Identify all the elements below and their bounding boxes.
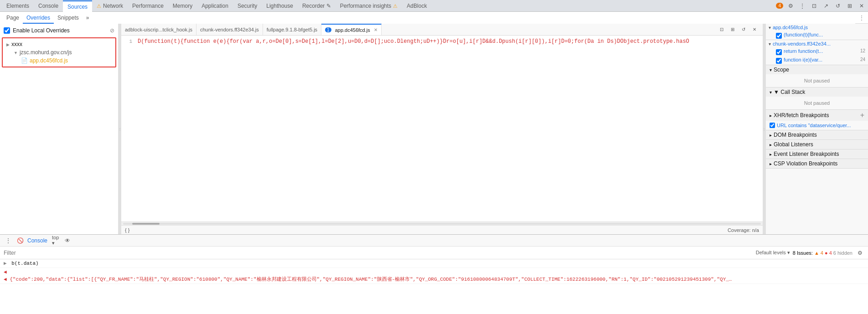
rp-dom-header[interactable]: DOM Breakpoints bbox=[766, 130, 868, 139]
rp-func-checkbox[interactable] bbox=[776, 33, 782, 39]
undock-button[interactable]: ↗ bbox=[822, 1, 831, 10]
tab-elements[interactable]: Elements bbox=[2, 0, 34, 12]
rp-function-i-checkbox[interactable] bbox=[776, 58, 782, 64]
rp-xhr-header[interactable]: XHR/fetch Breakpoints + bbox=[766, 110, 868, 121]
split-editor-button[interactable]: ⊞ bbox=[728, 25, 737, 34]
inspect-button[interactable]: ↺ bbox=[833, 1, 842, 10]
editor-horizontal-scrollbar[interactable] bbox=[121, 221, 763, 225]
event-chevron bbox=[770, 151, 772, 157]
dock-button[interactable]: ⊡ bbox=[810, 1, 819, 10]
scrollbar-thumb[interactable] bbox=[132, 223, 160, 225]
tree-root-folder[interactable]: xxxx bbox=[3, 40, 115, 48]
scrollbar-track bbox=[123, 223, 761, 225]
console-clear-button[interactable]: 🚫 bbox=[16, 236, 25, 245]
tab-memory[interactable]: Memory bbox=[168, 0, 197, 12]
devtools-toolbar-right: 4 ⚙ ⋮ ⊡ ↗ ↺ ⊞ ✕ bbox=[776, 1, 866, 10]
rp-return-checkbox[interactable] bbox=[776, 49, 782, 55]
rp-app-content: (function(t){func... bbox=[766, 31, 868, 40]
more-button[interactable]: ⋮ bbox=[798, 1, 807, 10]
devtools-container: Elements Console Sources ⚠ Network Perfo… bbox=[0, 0, 868, 314]
right-panel: app.dc456fcd.js (function(t){func... chu… bbox=[765, 24, 868, 234]
close-devtools-button[interactable]: ✕ bbox=[857, 1, 866, 10]
close-editor-button[interactable]: ✕ bbox=[750, 25, 759, 34]
enable-overrides-checkbox[interactable] bbox=[4, 27, 10, 34]
tab-console[interactable]: Console bbox=[34, 0, 63, 12]
rp-app-header[interactable]: app.dc456fcd.js bbox=[766, 24, 868, 31]
file-tab-chunk-vendors[interactable]: chunk-vendors.ff342e34.js bbox=[196, 24, 263, 36]
tab-network[interactable]: ⚠ Network bbox=[92, 0, 128, 12]
rp-csp-header[interactable]: CSP Violation Breakpoints bbox=[766, 159, 868, 168]
subtab-more[interactable]: » bbox=[83, 12, 93, 24]
reload-editor-button[interactable]: ↺ bbox=[739, 25, 748, 34]
issues-badge: 4 bbox=[776, 3, 783, 9]
format-icon[interactable]: { } bbox=[125, 227, 129, 233]
file-tab-close[interactable]: ✕ bbox=[374, 27, 377, 32]
rp-xhr-section: XHR/fetch Breakpoints + URL contains "da… bbox=[766, 110, 868, 130]
console-filter-input[interactable] bbox=[4, 250, 753, 256]
network-warning-icon: ⚠ bbox=[97, 0, 101, 12]
console-drag-handle[interactable]: ⋮ bbox=[4, 236, 13, 245]
rp-scope-header[interactable]: Scope bbox=[766, 65, 868, 74]
subtab-snippets[interactable]: Snippets bbox=[54, 12, 83, 24]
console-top-select[interactable]: top ▾ bbox=[52, 236, 61, 245]
tab-security[interactable]: Security bbox=[233, 0, 262, 12]
console-header-bar: ⋮ 🚫 Console top ▾ 👁 bbox=[0, 235, 868, 247]
subtab-page[interactable]: Page bbox=[3, 12, 23, 24]
line-badge: 1 bbox=[325, 27, 331, 32]
file-tab-adblock[interactable]: adblock-uiscrip...tclick_hook.js bbox=[121, 24, 196, 36]
enable-overrides-row: Enable Local Overrides ⊘ bbox=[0, 26, 118, 36]
default-levels-button[interactable]: Default levels ▾ bbox=[756, 250, 790, 256]
overrides-box: xxxx jzsc.mohurd.gov.cn/js 📄 app.dc456fc… bbox=[2, 37, 116, 67]
device-toggle-button[interactable]: ⊞ bbox=[845, 1, 854, 10]
tab-performance-insights[interactable]: Performance insights ⚠ bbox=[336, 0, 403, 12]
settings-button[interactable]: ⚙ bbox=[786, 1, 795, 10]
console-line-1[interactable]: ▶ b(t.data) bbox=[0, 259, 868, 268]
rp-file-func[interactable]: (function(t){func... bbox=[773, 31, 868, 40]
tree-domain-folder[interactable]: jzsc.mohurd.gov.cn/js bbox=[3, 48, 115, 57]
rp-csp-section: CSP Violation Breakpoints bbox=[766, 159, 868, 169]
tab-application[interactable]: Application bbox=[197, 0, 233, 12]
xhr-chevron bbox=[770, 112, 772, 118]
xhr-item-1: URL contains "dataservice/quer... bbox=[766, 122, 868, 129]
code-editor[interactable]: 1 D(function(t){function e(e){for(var a,… bbox=[121, 36, 763, 221]
rp-chunk-content: return function(t... 12 function i(e){va… bbox=[766, 47, 868, 65]
scope-not-paused: Not paused bbox=[766, 75, 868, 86]
file-tab-app[interactable]: 1 app.dc456fcd.js ✕ bbox=[321, 24, 382, 36]
console-line-2: ◀ ◀ {"code":200,"data":{"list":[{"QY_FR_… bbox=[0, 268, 868, 284]
subtabs-three-dot[interactable]: ⋮ bbox=[855, 15, 868, 21]
file-tab-fullpage[interactable]: fullpage.9.1.8-bfget5.js bbox=[263, 24, 321, 36]
rp-global-header[interactable]: Global Listeners bbox=[766, 140, 868, 149]
tab-sources[interactable]: Sources bbox=[63, 0, 92, 12]
rp-chunk-header[interactable]: chunk-vendors.ff342e34... bbox=[766, 40, 868, 47]
callstack-chevron bbox=[770, 89, 772, 95]
console-settings-button[interactable]: ⚙ bbox=[855, 248, 864, 257]
console-eye-button[interactable]: 👁 bbox=[63, 236, 72, 245]
expand-editor-button[interactable]: ⊡ bbox=[717, 25, 726, 34]
tree-file-item[interactable]: 📄 app.dc456fcd.js bbox=[3, 57, 115, 65]
rp-dom-section: DOM Breakpoints bbox=[766, 130, 868, 140]
rp-app-section: app.dc456fcd.js (function(t){func... bbox=[766, 24, 868, 40]
rp-event-header[interactable]: Event Listener Breakpoints bbox=[766, 149, 868, 159]
rp-callstack-section: ▼ Call Stack Not paused bbox=[766, 88, 868, 110]
subtab-overrides[interactable]: Overrides bbox=[23, 12, 54, 24]
console-filter-row: Default levels ▾ 8 Issues: ▲ 4 ● 4 6 hid… bbox=[0, 247, 868, 259]
rp-return-func[interactable]: return function(t... 12 bbox=[773, 47, 868, 56]
perf-insights-warning-icon: ⚠ bbox=[393, 0, 398, 12]
tab-recorder[interactable]: Recorder ✎ bbox=[298, 0, 336, 12]
global-chevron bbox=[770, 141, 772, 148]
csp-chevron bbox=[770, 160, 772, 167]
rp-scope-section: Scope Not paused bbox=[766, 65, 868, 88]
rp-function-i[interactable]: function i(e){var... 24 bbox=[773, 56, 868, 65]
file-tabs-bar: adblock-uiscrip...tclick_hook.js chunk-v… bbox=[121, 24, 763, 36]
coverage-text: Coverage: n/a bbox=[728, 227, 759, 233]
xhr-item-checkbox[interactable] bbox=[770, 123, 775, 128]
rp-callstack-header[interactable]: ▼ Call Stack bbox=[766, 88, 868, 97]
rp-global-section: Global Listeners bbox=[766, 140, 868, 149]
clear-overrides-button[interactable]: ⊘ bbox=[110, 27, 114, 34]
callstack-not-paused: Not paused bbox=[766, 98, 868, 108]
tab-performance[interactable]: Performance bbox=[128, 0, 168, 12]
code-content-area: adblock-uiscrip...tclick_hook.js chunk-v… bbox=[121, 24, 763, 234]
xhr-add-button[interactable]: + bbox=[860, 111, 864, 119]
tab-lighthouse[interactable]: Lighthouse bbox=[262, 0, 298, 12]
tab-adblock[interactable]: AdBlock bbox=[402, 0, 431, 12]
